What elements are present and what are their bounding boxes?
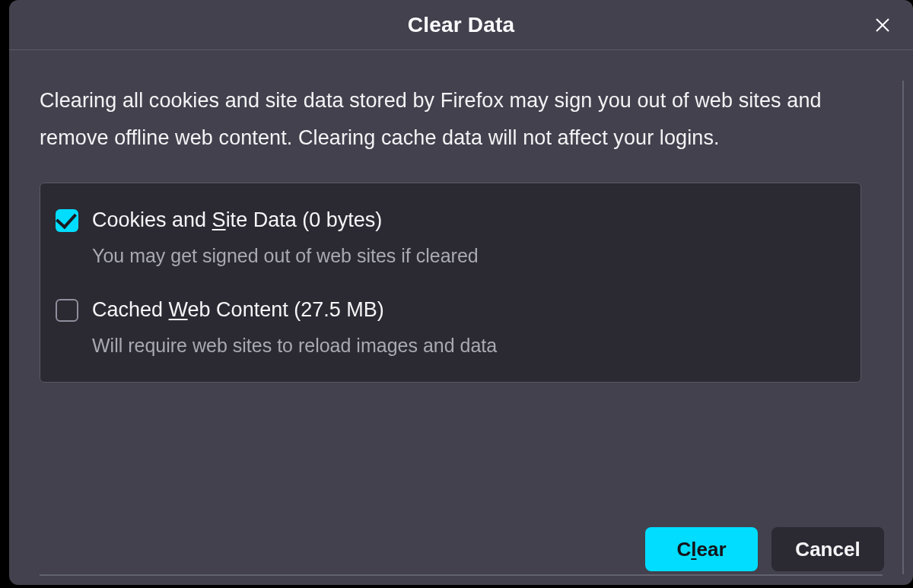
titlebar: Clear Data bbox=[9, 0, 913, 50]
cookies-sublabel: You may get signed out of web sites if c… bbox=[92, 243, 479, 269]
clear-button[interactable]: Clear bbox=[645, 527, 758, 571]
cookies-checkbox[interactable] bbox=[56, 209, 78, 232]
clear-data-dialog: Clear Data Clearing all cookies and site… bbox=[9, 0, 913, 585]
cache-sublabel: Will require web sites to reload images … bbox=[92, 333, 497, 359]
option-text: Cookies and Site Data (0 bytes) You may … bbox=[92, 206, 479, 269]
option-cookies-site-data: Cookies and Site Data (0 bytes) You may … bbox=[56, 206, 845, 269]
close-button[interactable] bbox=[867, 10, 898, 40]
dialog-title: Clear Data bbox=[408, 13, 515, 37]
cache-checkbox[interactable] bbox=[56, 299, 78, 322]
cookies-label[interactable]: Cookies and Site Data (0 bytes) bbox=[92, 206, 479, 234]
cancel-button[interactable]: Cancel bbox=[771, 527, 884, 571]
close-icon bbox=[873, 16, 892, 34]
option-cached-web-content: Cached Web Content (27.5 MB) Will requir… bbox=[56, 296, 845, 358]
dialog-footer: Clear Cancel bbox=[645, 527, 884, 571]
option-text: Cached Web Content (27.5 MB) Will requir… bbox=[92, 296, 497, 358]
cache-label[interactable]: Cached Web Content (27.5 MB) bbox=[92, 296, 497, 323]
warning-text: Clearing all cookies and site data store… bbox=[40, 82, 883, 157]
scrollbar-track[interactable] bbox=[902, 81, 904, 574]
dialog-body: Clearing all cookies and site data store… bbox=[9, 50, 913, 585]
options-panel: Cookies and Site Data (0 bytes) You may … bbox=[40, 183, 861, 382]
body-bottom-divider bbox=[40, 574, 883, 576]
